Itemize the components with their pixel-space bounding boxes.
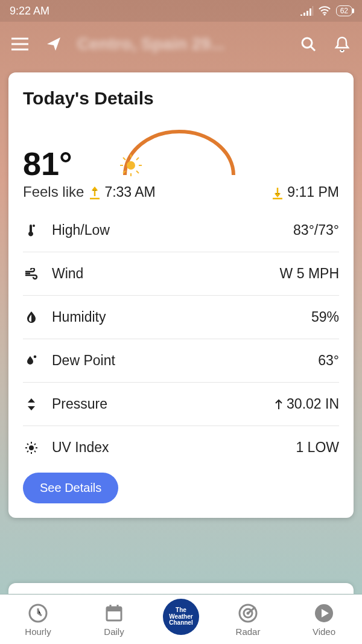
feels-label: Feels like: [23, 183, 84, 200]
battery-icon: 62: [336, 5, 352, 16]
svg-point-11: [247, 611, 250, 614]
search-icon: [300, 36, 317, 53]
bottom-nav: Hourly Daily The Weather Channel Radar V…: [0, 595, 362, 644]
row-pressure: Pressure 30.02 IN: [23, 383, 339, 426]
svg-point-3: [33, 225, 35, 227]
humidity-icon: [23, 311, 40, 324]
details-card: Today's Details 81° Feels like 7:33 AM: [8, 72, 354, 518]
row-dew: Dew Point 63°: [23, 339, 339, 383]
radar-icon: [237, 602, 259, 624]
pressure-icon: [23, 398, 40, 411]
label: Wind: [52, 266, 268, 282]
nav-label: Hourly: [25, 626, 51, 637]
see-details-button[interactable]: See Details: [23, 473, 118, 503]
detail-rows: High/Low 83°/73° Wind W 5 MPH Humidity 5…: [23, 209, 339, 469]
nav-home[interactable]: The Weather Channel: [163, 599, 199, 635]
label: High/Low: [52, 222, 281, 238]
label: UV Index: [52, 439, 284, 456]
svg-point-0: [323, 13, 325, 15]
thermometer-icon: [23, 223, 40, 238]
uv-icon: [23, 441, 40, 454]
hamburger-icon: [11, 37, 28, 51]
clock-icon: [27, 602, 49, 624]
sunset-time: 9:11 PM: [287, 184, 339, 200]
arrow-up-icon: [275, 399, 283, 410]
nav-radar[interactable]: Radar: [221, 602, 275, 637]
card-title: Today's Details: [23, 88, 339, 109]
label: Humidity: [52, 309, 299, 325]
nav-label: Radar: [236, 626, 261, 637]
nav-video[interactable]: Video: [297, 602, 351, 637]
alerts-button[interactable]: [332, 34, 352, 54]
next-card-peek[interactable]: [8, 583, 354, 594]
status-right: 62: [300, 5, 352, 16]
value: 83°/73°: [293, 222, 339, 238]
nav-label: Daily: [104, 626, 124, 637]
row-wind: Wind W 5 MPH: [23, 252, 339, 296]
value: 1 LOW: [296, 439, 339, 456]
svg-point-1: [302, 38, 312, 48]
sunset: 9:11 PM: [272, 184, 339, 200]
calendar-icon: [103, 602, 125, 624]
nav-daily[interactable]: Daily: [87, 602, 141, 637]
feels-like-row: 81° Feels like 7:33 AM: [23, 134, 339, 200]
sun-arc-icon: [113, 128, 246, 182]
wifi-icon: [318, 6, 331, 16]
svg-rect-8: [107, 607, 121, 611]
bell-icon: [334, 36, 350, 53]
app-bar: Centro, Spain 29...: [0, 22, 362, 66]
row-uv: UV Index 1 LOW: [23, 426, 339, 469]
sun-arc-block: 7:33 AM 9:11 PM: [89, 134, 339, 200]
signal-icon: [300, 6, 313, 16]
search-button[interactable]: [298, 34, 319, 54]
value: 63°: [318, 352, 339, 369]
location-arrow-icon: [46, 36, 62, 52]
label: Dew Point: [52, 352, 306, 369]
row-humidity: Humidity 59%: [23, 296, 339, 339]
value: 59%: [311, 309, 339, 325]
svg-point-5: [29, 445, 34, 450]
sunrise-time: 7:33 AM: [104, 184, 155, 200]
menu-button[interactable]: [10, 34, 30, 54]
sunrise: 7:33 AM: [89, 184, 155, 200]
row-highlow: High/Low 83°/73°: [23, 209, 339, 252]
feels-temp: 81°: [23, 147, 84, 180]
status-bar: 9:22 AM 62: [0, 0, 362, 22]
label: Pressure: [52, 396, 262, 412]
value: W 5 MPH: [280, 266, 339, 282]
sunrise-icon: [89, 185, 101, 200]
value: 30.02 IN: [275, 396, 339, 412]
status-time: 9:22 AM: [10, 5, 49, 18]
svg-point-2: [127, 161, 135, 170]
play-icon: [313, 602, 335, 624]
nav-label: Video: [313, 626, 335, 637]
dewpoint-icon: [23, 354, 40, 368]
sunset-icon: [272, 185, 284, 200]
nav-hourly[interactable]: Hourly: [11, 602, 65, 637]
location-title[interactable]: Centro, Spain 29...: [77, 33, 285, 55]
svg-point-4: [34, 355, 37, 358]
wind-icon: [23, 268, 40, 280]
nav-home-label: The Weather Channel: [169, 607, 192, 626]
locate-button[interactable]: [43, 34, 64, 54]
